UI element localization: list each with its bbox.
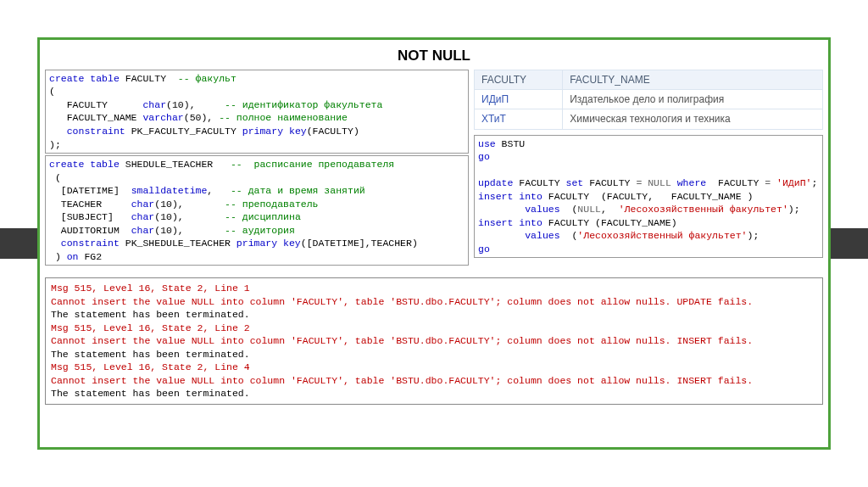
table-header: FACULTY FACULTY_NAME: [475, 70, 823, 89]
error-text: Cannot insert the value NULL into column…: [51, 375, 753, 386]
table-row: ИДиП Издателькое дело и полиграфия: [475, 90, 823, 109]
error-output: Msg 515, Level 16, State 2, Line 1 Canno…: [45, 277, 823, 405]
error-terminated: The statement has been terminated.: [51, 349, 250, 360]
error-msg: Msg 515, Level 16, State 2, Line 4: [51, 361, 250, 372]
error-msg: Msg 515, Level 16, State 2, Line 2: [51, 322, 250, 333]
top-row: create table FACULTY -- факульт ( FACULT…: [45, 70, 823, 266]
col-faculty: FACULTY: [475, 70, 563, 89]
left-column: create table FACULTY -- факульт ( FACULT…: [45, 70, 469, 266]
right-column: FACULTY FACULTY_NAME ИДиП Издателькое де…: [474, 70, 823, 266]
error-text: Cannot insert the value NULL into column…: [51, 296, 753, 307]
table-row: ХТиТ Химическая технология и техника: [475, 109, 823, 129]
faculty-result-table: FACULTY FACULTY_NAME ИДиП Издателькое де…: [474, 70, 823, 130]
error-text: Cannot insert the value NULL into column…: [51, 335, 753, 346]
slide-frame: NOT NULL create table FACULTY -- факульт…: [37, 37, 831, 450]
page-title: NOT NULL: [45, 47, 823, 66]
update-insert-code: use BSTU go update FACULTY set FACULTY =…: [474, 135, 823, 259]
create-faculty-code: create table FACULTY -- факульт ( FACULT…: [45, 70, 469, 154]
error-terminated: The statement has been terminated.: [51, 388, 250, 399]
col-faculty-name: FACULTY_NAME: [563, 70, 823, 89]
create-shedule-code: create table SHEDULE_TEACHER -- расписан…: [45, 155, 469, 266]
error-terminated: The statement has been terminated.: [51, 309, 250, 320]
error-msg: Msg 515, Level 16, State 2, Line 1: [51, 283, 250, 294]
